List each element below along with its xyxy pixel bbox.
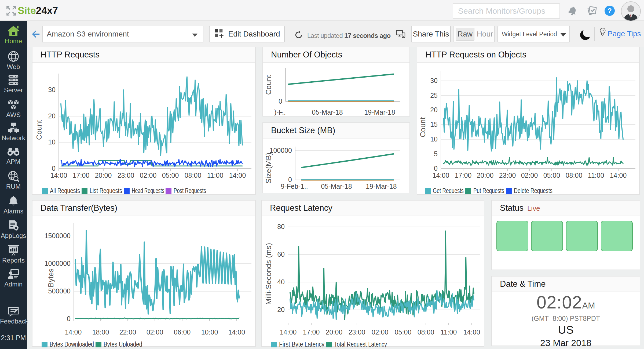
svg-text:05-Mar-18: 05-Mar-18 (321, 183, 352, 190)
svg-text:11:00: 11:00 (207, 172, 224, 179)
svg-text:All Requests: All Requests (50, 187, 80, 195)
svg-text:Bytes Uploaded: Bytes Uploaded (104, 340, 142, 347)
svg-text:)-F..: )-F.. (274, 108, 286, 116)
svg-text:Delete Requests: Delete Requests (514, 187, 552, 195)
svg-text:05:00: 05:00 (543, 172, 560, 179)
svg-text:22:00: 22:00 (119, 328, 136, 336)
svg-text:Count: Count (35, 120, 43, 140)
svg-text:0: 0 (434, 165, 438, 172)
svg-text:02:00: 02:00 (140, 172, 157, 179)
svg-text:14:00: 14:00 (610, 172, 627, 179)
svg-text:Count: Count (264, 75, 273, 95)
svg-text:Milli-Seconds (ms): Milli-Seconds (ms) (264, 243, 273, 305)
svg-text:5: 5 (434, 150, 438, 158)
svg-text:06:00: 06:00 (174, 328, 191, 336)
svg-text:0: 0 (67, 315, 71, 322)
svg-text:23:00: 23:00 (499, 172, 516, 179)
svg-text:60: 60 (277, 250, 285, 258)
svg-text:20:00: 20:00 (477, 172, 494, 179)
svg-text:23:00: 23:00 (118, 172, 134, 179)
svg-text:05-Mar-18: 05-Mar-18 (312, 108, 343, 116)
svg-text:Total Request Latency: Total Request Latency (334, 340, 387, 347)
svg-text:20: 20 (430, 106, 438, 114)
svg-text:11:00: 11:00 (588, 172, 604, 179)
svg-text:18:00: 18:00 (92, 328, 109, 336)
svg-text:23:00: 23:00 (349, 328, 365, 336)
svg-text:05:00: 05:00 (162, 172, 179, 179)
svg-text:10: 10 (48, 138, 56, 146)
svg-text:Bytes Downloaded: Bytes Downloaded (50, 340, 94, 347)
svg-text:10: 10 (430, 135, 438, 143)
svg-text:14:00: 14:00 (228, 328, 245, 336)
svg-text:9-Feb-1..: 9-Feb-1.. (281, 183, 308, 190)
svg-text:Get Requests: Get Requests (433, 187, 464, 195)
svg-text:02:00: 02:00 (372, 328, 389, 336)
svg-text:0: 0 (52, 165, 56, 172)
svg-text:17:00: 17:00 (303, 328, 320, 336)
svg-text:14:00: 14:00 (65, 328, 82, 336)
svg-text:11:00: 11:00 (441, 328, 457, 336)
svg-text:Put Requests: Put Requests (473, 187, 504, 195)
svg-text:Head Requests: Head Requests (132, 187, 164, 195)
svg-text:First Byte Latency: First Byte Latency (279, 340, 324, 347)
svg-text:1000000: 1000000 (45, 260, 71, 267)
svg-text:14:00: 14:00 (280, 328, 297, 336)
svg-text:17:00: 17:00 (455, 172, 472, 179)
svg-text:02:00: 02:00 (147, 328, 163, 336)
svg-text:Post Requests: Post Requests (174, 187, 206, 195)
svg-text:08:00: 08:00 (185, 172, 202, 179)
svg-text:Size(MB): Size(MB) (264, 152, 273, 183)
svg-text:20:00: 20:00 (326, 328, 343, 336)
svg-text:02:00: 02:00 (521, 172, 538, 179)
svg-text:17:00: 17:00 (73, 172, 90, 179)
svg-text:80: 80 (277, 223, 285, 230)
svg-text:0: 0 (288, 176, 292, 183)
svg-text:0: 0 (279, 97, 282, 105)
svg-text:20:00: 20:00 (95, 172, 112, 179)
svg-text:30: 30 (48, 86, 56, 93)
svg-text:08:00: 08:00 (418, 328, 434, 336)
svg-text:19-Mar-18: 19-Mar-18 (366, 183, 397, 190)
svg-text:14:00: 14:00 (229, 172, 246, 179)
svg-text:05:00: 05:00 (395, 328, 412, 336)
svg-text:40: 40 (277, 278, 285, 286)
svg-text:19-Mar-18: 19-Mar-18 (364, 108, 395, 116)
svg-text:20: 20 (48, 112, 56, 120)
svg-text:08:00: 08:00 (566, 172, 583, 179)
svg-text:Count: Count (419, 117, 427, 137)
svg-text:14:00: 14:00 (50, 172, 67, 179)
svg-text:500000: 500000 (48, 287, 71, 295)
svg-text:30: 30 (430, 77, 438, 84)
svg-text:10:00: 10:00 (201, 328, 218, 336)
svg-text:15: 15 (430, 121, 438, 128)
svg-text:1500000: 1500000 (45, 232, 71, 239)
svg-text:20: 20 (277, 306, 285, 313)
svg-text:14:00: 14:00 (463, 328, 480, 336)
svg-text:25: 25 (430, 92, 438, 99)
svg-text:14:00: 14:00 (433, 172, 449, 179)
svg-text:List Requests: List Requests (90, 187, 122, 195)
svg-text:Bytes: Bytes (47, 268, 55, 287)
svg-text:100000: 100000 (270, 147, 292, 154)
